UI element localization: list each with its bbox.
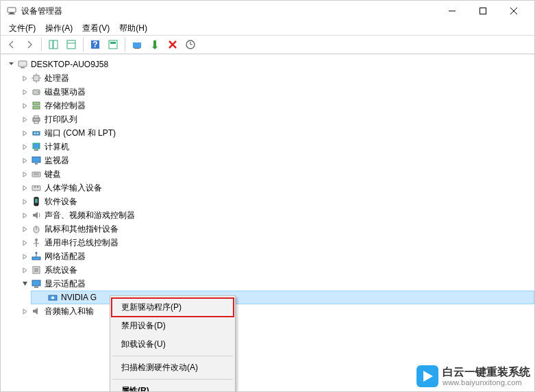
- svg-point-64: [51, 297, 54, 299]
- audio-icon: [31, 306, 42, 317]
- expander-icon[interactable]: [20, 114, 29, 124]
- tree-category-node[interactable]: 计算机: [14, 140, 534, 154]
- tree-category-node[interactable]: 声音、视频和游戏控制器: [14, 208, 534, 222]
- svg-rect-30: [33, 102, 40, 105]
- tree-category-node[interactable]: 磁盘驱动器: [14, 85, 534, 99]
- tree-category-node[interactable]: 键盘: [14, 167, 534, 181]
- tree-category-node[interactable]: 处理器: [14, 71, 534, 85]
- gpu-icon: [47, 292, 58, 303]
- svg-point-29: [38, 92, 39, 93]
- display-icon: [31, 278, 42, 289]
- tree-category-node[interactable]: 人体学输入设备: [14, 181, 534, 195]
- svg-rect-7: [49, 40, 53, 49]
- watermark-url: www.baiyunxitong.com: [443, 378, 530, 387]
- svg-rect-46: [34, 186, 36, 188]
- toolbar-enable-button[interactable]: [147, 36, 163, 53]
- toolbar-uninstall-button[interactable]: [164, 36, 181, 53]
- context-menu-item[interactable]: 卸载设备(U): [112, 335, 234, 354]
- svg-point-58: [36, 252, 38, 254]
- expander-icon[interactable]: [20, 252, 29, 261]
- svg-rect-35: [33, 132, 40, 135]
- tree-category-label: 打印队列: [45, 114, 77, 125]
- expander-icon[interactable]: [20, 265, 29, 275]
- svg-rect-32: [33, 118, 40, 121]
- context-menu-item[interactable]: 更新驱动程序(P): [112, 298, 234, 317]
- toolbar-separator: [83, 38, 84, 51]
- close-button[interactable]: [498, 1, 529, 21]
- tree-category-node[interactable]: 软件设备: [14, 195, 534, 208]
- menu-help[interactable]: 帮助(H): [115, 21, 151, 36]
- tree-category-node[interactable]: 音频输入和输: [14, 304, 534, 318]
- expander-icon[interactable]: [20, 306, 29, 316]
- toolbar-refresh-button[interactable]: [105, 36, 121, 53]
- expander-icon[interactable]: [20, 169, 29, 179]
- expander-icon[interactable]: [20, 224, 29, 234]
- menu-action[interactable]: 操作(A): [41, 21, 77, 36]
- svg-rect-45: [32, 186, 40, 191]
- tree-category-node[interactable]: 端口 (COM 和 LPT): [14, 126, 534, 140]
- svg-rect-21: [18, 61, 27, 66]
- svg-rect-0: [8, 8, 16, 12]
- expander-icon[interactable]: [20, 183, 29, 193]
- svg-rect-15: [133, 42, 141, 48]
- monitor-icon: [31, 155, 42, 166]
- expander-icon[interactable]: [20, 156, 29, 165]
- tree-category-node[interactable]: 存储控制器: [14, 99, 534, 112]
- tree-category-label: 显示适配器: [45, 278, 86, 290]
- tree-device-node[interactable]: NVIDIA G: [31, 291, 534, 304]
- expander-icon[interactable]: [6, 60, 16, 69]
- expander-icon[interactable]: [20, 238, 29, 247]
- expander-icon[interactable]: [20, 197, 29, 206]
- tree-category-label: 鼠标和其他指针设备: [45, 223, 119, 235]
- titlebar: 设备管理器: [1, 1, 534, 21]
- menu-view[interactable]: 查看(V): [78, 21, 114, 36]
- disk-icon: [31, 86, 42, 97]
- tree-category-node[interactable]: 监视器: [14, 154, 534, 167]
- expander-icon[interactable]: [20, 142, 29, 151]
- tree-category-node[interactable]: 系统设备: [14, 263, 534, 277]
- tree-category-node[interactable]: 显示适配器: [14, 277, 534, 291]
- tree-category-node[interactable]: 鼠标和其他指针设备: [14, 222, 534, 236]
- tree-category-label: 声音、视频和游戏控制器: [45, 210, 135, 221]
- minimize-button[interactable]: [436, 1, 467, 21]
- expander-icon[interactable]: [20, 210, 29, 220]
- toolbar-updatedriver-button[interactable]: [129, 36, 145, 53]
- expander-icon[interactable]: [20, 101, 29, 110]
- toolbar-properties-button[interactable]: [63, 36, 79, 53]
- toolbar-forward-button[interactable]: [21, 36, 38, 53]
- context-menu-item[interactable]: 禁用设备(D): [112, 317, 234, 335]
- svg-rect-8: [53, 40, 58, 49]
- maximize-button[interactable]: [467, 1, 498, 21]
- device-tree[interactable]: DESKTOP-AUO9J58 处理器磁盘驱动器存储控制器打印队列端口 (COM…: [1, 54, 534, 391]
- svg-rect-4: [480, 8, 486, 14]
- toolbar-help-button[interactable]: ?: [87, 36, 103, 53]
- svg-point-36: [34, 133, 36, 134]
- context-menu-item[interactable]: 扫描检测硬件改动(A): [112, 358, 234, 377]
- expander-icon[interactable]: [20, 87, 29, 97]
- app-icon: [6, 5, 17, 16]
- svg-rect-39: [34, 149, 38, 151]
- menu-file[interactable]: 文件(F): [5, 21, 40, 36]
- cpu-icon: [31, 73, 42, 84]
- expander-icon[interactable]: [20, 279, 29, 289]
- svg-rect-41: [35, 163, 38, 164]
- toolbar-showhide-button[interactable]: [45, 36, 62, 53]
- expander-icon[interactable]: [20, 73, 29, 83]
- tree-category-node[interactable]: 通用串行总线控制器: [14, 236, 534, 249]
- tree-root-node[interactable]: DESKTOP-AUO9J58: [1, 58, 534, 71]
- toolbar: ?: [1, 35, 534, 54]
- tree-category-node[interactable]: 网络适配器: [14, 249, 534, 263]
- context-menu: 更新驱动程序(P)禁用设备(D)卸载设备(U)扫描检测硬件改动(A)属性(R): [110, 295, 236, 392]
- context-menu-item[interactable]: 属性(R): [112, 382, 234, 392]
- context-menu-separator: [112, 356, 233, 356]
- tree-category-node[interactable]: 打印队列: [14, 112, 534, 126]
- sound-icon: [31, 210, 42, 221]
- svg-rect-38: [33, 143, 40, 149]
- toolbar-back-button[interactable]: [3, 36, 20, 53]
- expander-icon[interactable]: [20, 128, 29, 138]
- toolbar-scan-button[interactable]: [182, 36, 199, 53]
- context-menu-separator: [112, 379, 233, 380]
- svg-rect-56: [32, 257, 40, 260]
- tree-category-label: 软件设备: [45, 196, 77, 208]
- keyboard-icon: [31, 169, 42, 180]
